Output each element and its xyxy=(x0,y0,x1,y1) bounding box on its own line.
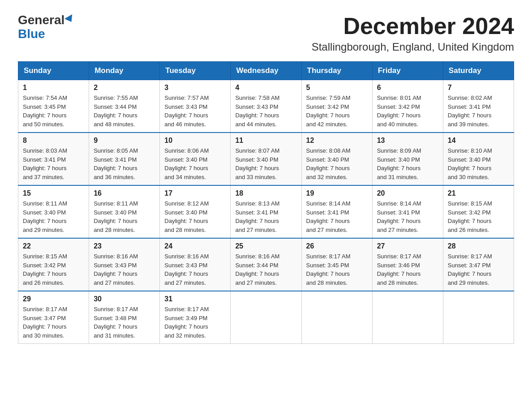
calendar-cell xyxy=(301,291,372,344)
day-info: Sunrise: 7:54 AMSunset: 3:45 PMDaylight:… xyxy=(23,94,84,128)
header-thursday: Thursday xyxy=(301,62,372,80)
day-number: 23 xyxy=(94,242,155,250)
calendar-cell: 13Sunrise: 8:09 AMSunset: 3:40 PMDayligh… xyxy=(372,133,443,185)
day-info: Sunrise: 8:15 AMSunset: 3:42 PMDaylight:… xyxy=(23,252,84,287)
calendar-cell: 28Sunrise: 8:17 AMSunset: 3:47 PMDayligh… xyxy=(443,238,514,291)
subtitle: Stallingborough, England, United Kingdom xyxy=(312,41,514,53)
day-info: Sunrise: 8:14 AMSunset: 3:41 PMDaylight:… xyxy=(306,199,368,234)
day-info: Sunrise: 8:02 AMSunset: 3:41 PMDaylight:… xyxy=(448,94,509,128)
day-info: Sunrise: 7:57 AMSunset: 3:43 PMDaylight:… xyxy=(164,94,226,128)
calendar-cell: 20Sunrise: 8:14 AMSunset: 3:41 PMDayligh… xyxy=(372,185,443,238)
day-number: 14 xyxy=(448,137,509,145)
calendar-cell: 6Sunrise: 8:01 AMSunset: 3:42 PMDaylight… xyxy=(372,80,443,133)
day-info: Sunrise: 8:16 AMSunset: 3:43 PMDaylight:… xyxy=(94,252,155,287)
day-number: 6 xyxy=(377,84,438,92)
day-info: Sunrise: 7:58 AMSunset: 3:43 PMDaylight:… xyxy=(235,94,296,128)
calendar-cell: 2Sunrise: 7:55 AMSunset: 3:44 PMDaylight… xyxy=(89,80,160,133)
logo: General Blue xyxy=(18,13,74,41)
day-info: Sunrise: 8:09 AMSunset: 3:40 PMDaylight:… xyxy=(377,146,438,181)
calendar-table: SundayMondayTuesdayWednesdayThursdayFrid… xyxy=(18,61,514,344)
day-number: 13 xyxy=(377,137,438,145)
day-info: Sunrise: 8:14 AMSunset: 3:41 PMDaylight:… xyxy=(377,199,438,234)
calendar-cell: 29Sunrise: 8:17 AMSunset: 3:47 PMDayligh… xyxy=(18,291,89,344)
day-number: 26 xyxy=(306,242,368,250)
calendar-week-row: 1Sunrise: 7:54 AMSunset: 3:45 PMDaylight… xyxy=(18,80,514,133)
calendar-week-row: 15Sunrise: 8:11 AMSunset: 3:40 PMDayligh… xyxy=(18,185,514,238)
logo-triangle-icon xyxy=(64,14,75,24)
calendar-cell: 9Sunrise: 8:05 AMSunset: 3:41 PMDaylight… xyxy=(89,133,160,185)
day-number: 11 xyxy=(235,137,296,145)
calendar-cell: 21Sunrise: 8:15 AMSunset: 3:42 PMDayligh… xyxy=(443,185,514,238)
day-number: 28 xyxy=(448,242,509,250)
day-info: Sunrise: 8:15 AMSunset: 3:42 PMDaylight:… xyxy=(448,199,509,234)
header-sunday: Sunday xyxy=(18,62,89,80)
calendar-cell: 23Sunrise: 8:16 AMSunset: 3:43 PMDayligh… xyxy=(89,238,160,291)
day-info: Sunrise: 8:06 AMSunset: 3:40 PMDaylight:… xyxy=(164,146,226,181)
logo-blue-text: Blue xyxy=(18,27,45,41)
day-info: Sunrise: 7:55 AMSunset: 3:44 PMDaylight:… xyxy=(94,94,155,128)
header-tuesday: Tuesday xyxy=(160,62,231,80)
calendar-cell: 5Sunrise: 7:59 AMSunset: 3:42 PMDaylight… xyxy=(301,80,372,133)
day-number: 7 xyxy=(448,84,509,92)
header-saturday: Saturday xyxy=(443,62,514,80)
calendar-cell: 26Sunrise: 8:17 AMSunset: 3:45 PMDayligh… xyxy=(301,238,372,291)
calendar-cell: 11Sunrise: 8:07 AMSunset: 3:40 PMDayligh… xyxy=(231,133,301,185)
day-info: Sunrise: 8:03 AMSunset: 3:41 PMDaylight:… xyxy=(23,146,84,181)
day-number: 20 xyxy=(377,189,438,197)
logo-text: General xyxy=(18,13,74,27)
calendar-week-row: 8Sunrise: 8:03 AMSunset: 3:41 PMDaylight… xyxy=(18,133,514,185)
day-info: Sunrise: 8:10 AMSunset: 3:40 PMDaylight:… xyxy=(448,146,509,181)
calendar-week-row: 29Sunrise: 8:17 AMSunset: 3:47 PMDayligh… xyxy=(18,291,514,344)
calendar-cell: 10Sunrise: 8:06 AMSunset: 3:40 PMDayligh… xyxy=(160,133,231,185)
day-number: 17 xyxy=(164,189,226,197)
page-header: General Blue December 2024 Stallingborou… xyxy=(18,13,514,53)
header-friday: Friday xyxy=(372,62,443,80)
day-info: Sunrise: 8:08 AMSunset: 3:40 PMDaylight:… xyxy=(306,146,368,181)
calendar-cell: 4Sunrise: 7:58 AMSunset: 3:43 PMDaylight… xyxy=(231,80,301,133)
day-number: 29 xyxy=(23,295,84,303)
calendar-cell: 25Sunrise: 8:16 AMSunset: 3:44 PMDayligh… xyxy=(231,238,301,291)
calendar-cell: 15Sunrise: 8:11 AMSunset: 3:40 PMDayligh… xyxy=(18,185,89,238)
day-info: Sunrise: 8:12 AMSunset: 3:40 PMDaylight:… xyxy=(164,199,226,234)
day-number: 19 xyxy=(306,189,368,197)
day-info: Sunrise: 8:17 AMSunset: 3:49 PMDaylight:… xyxy=(164,305,226,340)
day-info: Sunrise: 8:17 AMSunset: 3:47 PMDaylight:… xyxy=(448,252,509,287)
day-info: Sunrise: 7:59 AMSunset: 3:42 PMDaylight:… xyxy=(306,94,368,128)
calendar-cell xyxy=(231,291,301,344)
day-number: 10 xyxy=(164,137,226,145)
day-info: Sunrise: 8:01 AMSunset: 3:42 PMDaylight:… xyxy=(377,94,438,128)
calendar-cell: 14Sunrise: 8:10 AMSunset: 3:40 PMDayligh… xyxy=(443,133,514,185)
header-monday: Monday xyxy=(89,62,160,80)
day-info: Sunrise: 8:16 AMSunset: 3:44 PMDaylight:… xyxy=(235,252,296,287)
day-number: 24 xyxy=(164,242,226,250)
day-info: Sunrise: 8:11 AMSunset: 3:40 PMDaylight:… xyxy=(94,199,155,234)
day-number: 31 xyxy=(164,295,226,303)
header-wednesday: Wednesday xyxy=(231,62,301,80)
day-number: 3 xyxy=(164,84,226,92)
calendar-cell: 1Sunrise: 7:54 AMSunset: 3:45 PMDaylight… xyxy=(18,80,89,133)
day-number: 16 xyxy=(94,189,155,197)
calendar-cell: 27Sunrise: 8:17 AMSunset: 3:46 PMDayligh… xyxy=(372,238,443,291)
day-number: 25 xyxy=(235,242,296,250)
calendar-cell: 8Sunrise: 8:03 AMSunset: 3:41 PMDaylight… xyxy=(18,133,89,185)
day-number: 15 xyxy=(23,189,84,197)
day-number: 4 xyxy=(235,84,296,92)
calendar-cell: 30Sunrise: 8:17 AMSunset: 3:48 PMDayligh… xyxy=(89,291,160,344)
day-info: Sunrise: 8:07 AMSunset: 3:40 PMDaylight:… xyxy=(235,146,296,181)
day-info: Sunrise: 8:17 AMSunset: 3:45 PMDaylight:… xyxy=(306,252,368,287)
day-number: 8 xyxy=(23,137,84,145)
day-info: Sunrise: 8:11 AMSunset: 3:40 PMDaylight:… xyxy=(23,199,84,234)
day-number: 30 xyxy=(94,295,155,303)
day-info: Sunrise: 8:16 AMSunset: 3:43 PMDaylight:… xyxy=(164,252,226,287)
day-number: 2 xyxy=(94,84,155,92)
day-number: 27 xyxy=(377,242,438,250)
day-number: 18 xyxy=(235,189,296,197)
day-info: Sunrise: 8:17 AMSunset: 3:46 PMDaylight:… xyxy=(377,252,438,287)
calendar-cell: 19Sunrise: 8:14 AMSunset: 3:41 PMDayligh… xyxy=(301,185,372,238)
calendar-cell xyxy=(372,291,443,344)
day-info: Sunrise: 8:17 AMSunset: 3:48 PMDaylight:… xyxy=(94,305,155,340)
title-area: December 2024 Stallingborough, England, … xyxy=(312,13,514,53)
day-info: Sunrise: 8:05 AMSunset: 3:41 PMDaylight:… xyxy=(94,146,155,181)
calendar-cell: 18Sunrise: 8:13 AMSunset: 3:41 PMDayligh… xyxy=(231,185,301,238)
calendar-cell: 3Sunrise: 7:57 AMSunset: 3:43 PMDaylight… xyxy=(160,80,231,133)
